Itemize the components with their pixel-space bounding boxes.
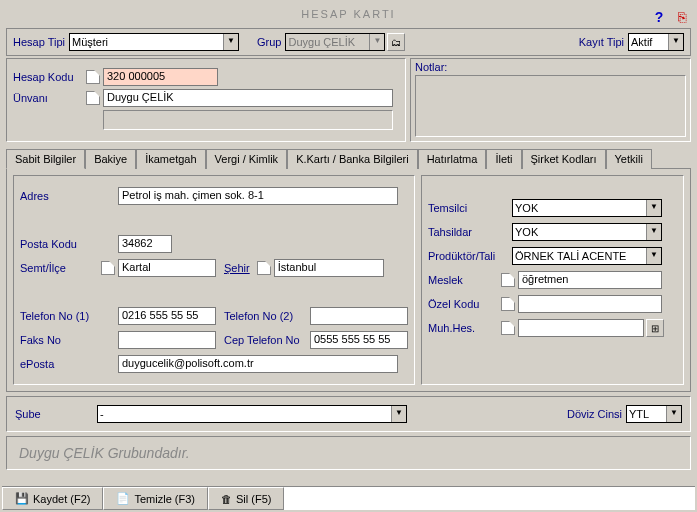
temizle-button[interactable]: 📄Temizle (F3) [103, 487, 208, 510]
cep-label: Cep Telefon No [224, 334, 306, 346]
grup-combo: Duygu ÇELİK▼ [285, 33, 385, 51]
status-text: Duygu ÇELİK Grubundadır. [6, 436, 691, 470]
action-button-bar: 💾Kaydet (F2) 📄Temizle (F3) 🗑Sil (F5) [2, 486, 695, 510]
exit-icon[interactable]: ⎘ [675, 4, 691, 20]
save-icon: 💾 [15, 492, 29, 505]
unvani-input[interactable]: Duygu ÇELİK [103, 89, 393, 107]
sube-label: Şube [15, 408, 93, 420]
cep-input[interactable]: 0555 555 55 55 [310, 331, 408, 349]
sabit-bilgiler-right-panel: Temsilci YOK▼ Tahsildar YOK▼ Prodüktör/T… [421, 175, 684, 385]
posta-kodu-label: Posta Kodu [20, 238, 98, 250]
chevron-down-icon[interactable]: ▼ [646, 200, 661, 216]
sil-button[interactable]: 🗑Sil (F5) [208, 487, 284, 510]
tel2-label: Telefon No (2) [224, 310, 306, 322]
unvani-extra-input[interactable] [103, 110, 393, 130]
chevron-down-icon: ▼ [369, 34, 384, 50]
document-icon[interactable] [86, 91, 100, 105]
document-icon[interactable] [501, 297, 515, 311]
tab-ikametgah[interactable]: İkametgah [136, 149, 205, 169]
chevron-down-icon[interactable]: ▼ [666, 406, 681, 422]
sehir-label: Şehir [224, 262, 250, 274]
window-title: HESAP KARTI ? ⎘ [0, 0, 697, 26]
hesap-kodu-input[interactable]: 320 000005 [103, 68, 218, 86]
meslek-input[interactable]: öğretmen [518, 271, 662, 289]
tel1-label: Telefon No (1) [20, 310, 98, 322]
faks-label: Faks No [20, 334, 98, 346]
temsilci-label: Temsilci [428, 202, 512, 214]
adres-input[interactable]: Petrol iş mah. çimen sok. 8-1 [118, 187, 398, 205]
document-icon[interactable] [101, 261, 115, 275]
ozel-kodu-label: Özel Kodu [428, 298, 498, 310]
hesap-tipi-combo[interactable]: Müşteri▼ [69, 33, 239, 51]
semt-ilce-label: Semt/İlçe [20, 262, 98, 274]
meslek-label: Meslek [428, 274, 498, 286]
hesap-tipi-label: Hesap Tipi [13, 36, 65, 48]
posta-kodu-input[interactable]: 34862 [118, 235, 172, 253]
muh-hes-input[interactable] [518, 319, 644, 337]
grup-label: Grup [257, 36, 281, 48]
chevron-down-icon[interactable]: ▼ [668, 34, 683, 50]
adres-label: Adres [20, 190, 98, 202]
tab-kkarti-banka[interactable]: K.Kartı / Banka Bilgileri [287, 149, 418, 169]
sube-combo[interactable]: -▼ [97, 405, 407, 423]
footer-bar: Şube -▼ Döviz Cinsi YTL▼ [6, 396, 691, 432]
tahsildar-label: Tahsildar [428, 226, 512, 238]
grup-lookup-button[interactable]: 🗂 [387, 33, 405, 51]
faks-input[interactable] [118, 331, 216, 349]
sehir-input[interactable]: İstanbul [274, 259, 384, 277]
tab-sabit-bilgiler[interactable]: Sabit Bilgiler [6, 149, 85, 169]
doviz-cinsi-combo[interactable]: YTL▼ [626, 405, 682, 423]
chevron-down-icon[interactable]: ▼ [223, 34, 238, 50]
muh-hes-tree-button[interactable]: ⊞ [646, 319, 664, 337]
tab-bakiye[interactable]: Bakiye [85, 149, 136, 169]
tab-sirket-kodlari[interactable]: Şirket Kodları [522, 149, 606, 169]
sabit-bilgiler-left-panel: Adres Petrol iş mah. çimen sok. 8-1 Post… [13, 175, 415, 385]
unvani-label: Ünvanı [13, 92, 83, 104]
semt-ilce-input[interactable]: Kartal [118, 259, 216, 277]
muh-hes-label: Muh.Hes. [428, 322, 498, 334]
clear-icon: 📄 [116, 492, 130, 505]
eposta-input[interactable]: duygucelik@polisoft.com.tr [118, 355, 398, 373]
tab-yetkili[interactable]: Yetkili [606, 149, 652, 169]
hesap-kodu-label: Hesap Kodu [13, 71, 83, 83]
chevron-down-icon[interactable]: ▼ [646, 224, 661, 240]
notlar-label: Notlar: [411, 59, 690, 75]
produktor-label: Prodüktör/Tali [428, 250, 512, 262]
tab-hatirlatma[interactable]: Hatırlatma [418, 149, 487, 169]
delete-icon: 🗑 [221, 493, 232, 505]
top-filter-bar: Hesap Tipi Müşteri▼ Grup Duygu ÇELİK▼ 🗂 … [6, 28, 691, 56]
chevron-down-icon[interactable]: ▼ [646, 248, 661, 264]
tel1-input[interactable]: 0216 555 55 55 [118, 307, 216, 325]
document-icon[interactable] [86, 70, 100, 84]
chevron-down-icon[interactable]: ▼ [391, 406, 406, 422]
kayit-tipi-combo[interactable]: Aktif▼ [628, 33, 684, 51]
tab-vergi-kimlik[interactable]: Vergi / Kimlik [206, 149, 288, 169]
document-icon[interactable] [257, 261, 271, 275]
kaydet-button[interactable]: 💾Kaydet (F2) [2, 487, 103, 510]
tab-bar: Sabit Bilgiler Bakiye İkametgah Vergi / … [6, 148, 691, 169]
produktor-combo[interactable]: ÖRNEK TALİ ACENTE▼ [512, 247, 662, 265]
tab-ileti[interactable]: İleti [486, 149, 521, 169]
document-icon[interactable] [501, 321, 515, 335]
notlar-textarea[interactable] [415, 75, 686, 137]
ozel-kodu-input[interactable] [518, 295, 662, 313]
kayit-tipi-label: Kayıt Tipi [579, 36, 624, 48]
doviz-cinsi-label: Döviz Cinsi [567, 408, 622, 420]
temsilci-combo[interactable]: YOK▼ [512, 199, 662, 217]
help-icon[interactable]: ? [652, 4, 668, 20]
document-icon[interactable] [501, 273, 515, 287]
tel2-input[interactable] [310, 307, 408, 325]
tahsildar-combo[interactable]: YOK▼ [512, 223, 662, 241]
eposta-label: ePosta [20, 358, 98, 370]
